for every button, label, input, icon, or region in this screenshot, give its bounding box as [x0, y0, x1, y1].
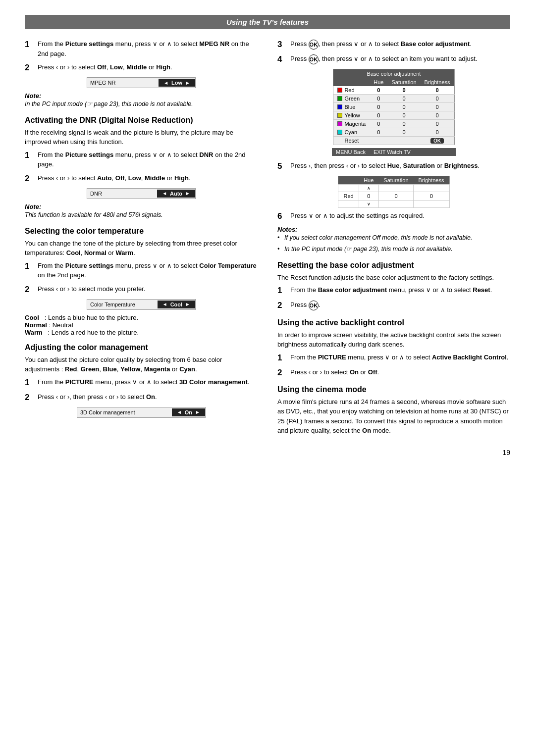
green-dot [337, 96, 342, 101]
color-temp-intro: You can change the tone of the picture b… [25, 239, 258, 258]
color-mgmt-bar: 3D Color management ◄ On ► [77, 407, 206, 418]
arrow-left-icon: ◄ [162, 302, 167, 307]
red-dot [337, 88, 342, 93]
color-mgmt-bar-label: 3D Color management [77, 409, 172, 415]
table-row: Blue 000 [333, 103, 454, 111]
step-bca-5: 5 Press ›, then press ‹ or › to select H… [277, 161, 510, 172]
magenta-dot [337, 121, 342, 126]
dnr-bar-value: ◄ Auto ► [157, 190, 195, 198]
dnr-intro: If the receiving signal is weak and the … [25, 128, 258, 147]
step-backlight-1: 1 From the PICTURE menu, press ∨ or ∧ to… [277, 353, 510, 363]
step-colormgmt-2: 2 Press ‹ or ›, then press ‹ or › to sel… [25, 392, 258, 403]
yellow-dot [337, 113, 342, 118]
dnr-heading: Activating the DNR (Digital Noise Reduct… [25, 116, 258, 125]
arrow-left-icon: ◄ [162, 191, 167, 196]
step-bca-3: 3 Press OK, then press ∨ or ∧ to select … [277, 39, 510, 50]
hsb-value-row: Red 0 0 0 [338, 192, 449, 201]
hsb-col-brightness: Brightness [414, 176, 449, 185]
note-label: Note: [25, 92, 41, 100]
step-colormgmt-1: 1 From the PICTURE menu, press ∨ or ∧ to… [25, 377, 258, 388]
dnr-note-label: Note: [25, 203, 41, 210]
mpeg-nr-bar-label: MPEG NR [87, 80, 159, 86]
notes-label: Notes: [277, 226, 297, 233]
page-header: Using the TV's features [25, 15, 510, 29]
arrow-right-icon: ► [185, 80, 190, 86]
header-title: Using the TV's features [226, 18, 309, 26]
step-dnr-2: 2 Press ‹ or › to select Auto, Off, Low,… [25, 173, 258, 184]
dnr-bar: DNR ◄ Auto ► [87, 188, 196, 199]
hsb-arrow-row: ∧ [338, 185, 449, 192]
color-temp-bar-label: Color Temperature [87, 302, 158, 307]
color-temp-bar-value: ◄ Cool ► [158, 301, 195, 308]
hsb-th-empty [338, 176, 359, 185]
step-backlight-2: 2 Press ‹ or › to select On or Off. [277, 367, 510, 378]
arrow-right-icon: ► [185, 191, 190, 196]
color-mgmt-heading: Adjusting the color management [25, 343, 258, 352]
bca-menu-bar: MENU Back EXIT Watch TV [332, 148, 456, 156]
reset-bca-heading: Resetting the base color adjustment [277, 261, 510, 270]
blue-dot [337, 104, 342, 109]
hsb-arrow-row-down: ∨ [338, 201, 449, 208]
arrow-left-icon: ◄ [163, 80, 168, 86]
color-temp-bar: Color Temperature ◄ Cool ► [87, 299, 196, 310]
warm-desc: Warm : Lends a red hue to the picture. [25, 329, 258, 336]
hsb-table: Hue Saturation Brightness ∧ Red 0 [338, 176, 449, 208]
color-mgmt-intro: You can adjust the picture color quality… [25, 355, 258, 374]
page-number: 19 [25, 449, 510, 456]
cinema-intro: A movie film's picture runs at 24 frames… [277, 397, 510, 436]
table-row-reset: Reset OK [333, 137, 454, 145]
step-reset-2: 2 Press OK. [277, 300, 510, 311]
arrow-left-icon: ◄ [177, 409, 182, 415]
bca-col-saturation: Saturation [387, 78, 420, 86]
color-mgmt-bar-value: ◄ On ► [172, 408, 205, 416]
step-dnr-1: 1 From the Picture settings menu, press … [25, 150, 258, 169]
bca-table-title: Base color adjustment [333, 69, 454, 79]
table-row: Red 000 [333, 86, 454, 95]
bca-table: Base color adjustment Hue Saturation Bri… [333, 69, 454, 145]
exit-watch-tv: EXIT Watch TV [374, 149, 411, 155]
bca-col-hue: Hue [370, 78, 387, 86]
ok-circle-icon: OK [309, 40, 319, 50]
menu-back: MENU Back [336, 149, 366, 155]
hsb-col-saturation: Saturation [378, 176, 413, 185]
notes-list: If you select color management Off mode,… [277, 233, 510, 254]
dnr-note: Note: This function is available for 480… [25, 203, 258, 220]
mpeg-nr-bar-value: ◄ Low ► [159, 79, 195, 87]
ok-button: OK [430, 138, 444, 144]
step-bca-6: 6 Press ∨ or ∧ to adjust the settings as… [277, 211, 510, 222]
ok-circle-icon-2: OK [309, 54, 319, 64]
step-reset-1: 1 From the Base color adjustment menu, p… [277, 285, 510, 296]
color-temp-heading: Selecting the color temperature [25, 227, 258, 236]
table-row: Yellow 000 [333, 111, 454, 120]
hsb-col-hue: Hue [359, 176, 378, 185]
note-item: In the PC input mode (☞ page 23), this m… [277, 245, 510, 254]
arrow-right-icon: ► [185, 302, 190, 307]
cyan-dot [337, 130, 342, 135]
backlight-intro: In order to improve screen visibility, t… [277, 330, 510, 350]
cinema-heading: Using the cinema mode [277, 385, 510, 394]
step-mpeg-1: 1 From the Picture settings menu, press … [25, 39, 258, 58]
dnr-bar-label: DNR [87, 191, 157, 197]
table-row: Magenta 000 [333, 120, 454, 128]
main-content: 1 From the Picture settings menu, press … [25, 39, 510, 439]
table-row: Cyan 000 [333, 128, 454, 137]
ok-circle-icon-3: OK [309, 301, 319, 310]
bca-col-color [333, 78, 370, 86]
cool-desc: Cool : Lends a blue hue to the picture. [25, 314, 258, 321]
page: Using the TV's features 1 From the Pictu… [0, 0, 535, 756]
step-bca-4: 4 Press OK, then press ∨ or ∧ to select … [277, 54, 510, 65]
left-column: 1 From the Picture settings menu, press … [25, 39, 258, 439]
bca-col-brightness: Brightness [421, 78, 454, 86]
table-row: Green 000 [333, 95, 454, 103]
normal-desc: Normal : Neutral [25, 321, 258, 329]
step-colortemp-1: 1 From the Picture settings menu, press … [25, 261, 258, 280]
mpeg-nr-bar: MPEG NR ◄ Low ► [87, 77, 196, 88]
mpeg-nr-note: Note: In the PC input mode (☞ page 23), … [25, 92, 258, 109]
reset-bca-intro: The Reset function adjusts the base colo… [277, 273, 510, 283]
backlight-heading: Using the active backlight control [277, 318, 510, 327]
step-colortemp-2: 2 Press ‹ or › to select mode you prefer… [25, 284, 258, 295]
right-column: 3 Press OK, then press ∨ or ∧ to select … [277, 39, 510, 439]
note-item: If you select color management Off mode,… [277, 233, 510, 243]
step-mpeg-2: 2 Press ‹ or › to select Off, Low, Middl… [25, 62, 258, 73]
bca-notes: Notes: If you select color management Of… [277, 226, 510, 254]
